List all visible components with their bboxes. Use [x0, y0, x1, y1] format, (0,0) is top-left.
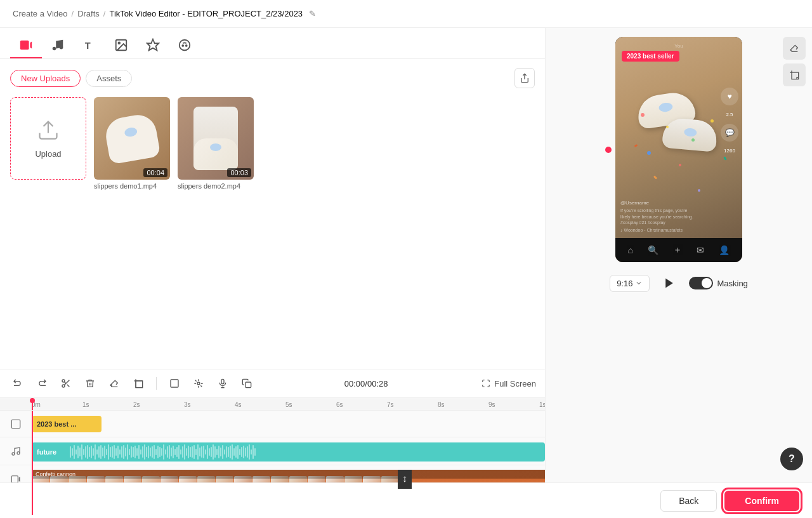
svg-line-15 — [67, 385, 70, 387]
crop-button[interactable] — [129, 375, 147, 392]
phone-preview-container: You 2023 best seller — [615, 37, 742, 262]
text-track-icon — [0, 419, 32, 429]
breadcrumb-sep1: / — [72, 9, 74, 18]
like-count: 2.5 — [726, 112, 733, 117]
upload-icon — [37, 119, 60, 144]
comment-count: 1260 — [724, 148, 735, 154]
timeline-time: 00:00/00:28 — [344, 379, 388, 388]
video-track-label: Confetti cannon — [32, 470, 545, 479]
media-filename-1: slippers demo1.mp4 — [94, 182, 170, 190]
svg-point-6 — [118, 42, 120, 44]
svg-text:T: T — [85, 41, 91, 51]
aspect-ratio-selector[interactable]: 9:16 — [610, 275, 650, 292]
svg-marker-29 — [19, 477, 20, 482]
svg-rect-28 — [11, 476, 18, 483]
crop-tool-button[interactable] — [783, 63, 806, 86]
back-button[interactable]: Back — [660, 490, 717, 512]
play-button[interactable] — [658, 272, 680, 294]
tab-new-uploads[interactable]: New Uploads — [10, 70, 81, 87]
duplicate-button[interactable] — [238, 375, 256, 392]
aspect-ratio-value: 9:16 — [617, 279, 632, 288]
timeline-ruler: 0m 1s 2s 3s 4s 5s 6s 7s 8s 9s 1s — [0, 398, 545, 411]
confirm-button[interactable]: Confirm — [724, 491, 799, 511]
erase-button[interactable] — [105, 375, 123, 392]
media-duration-2: 00:03 — [227, 168, 251, 177]
svg-line-16 — [64, 382, 66, 383]
svg-rect-0 — [20, 41, 29, 50]
svg-rect-24 — [246, 382, 251, 388]
media-panel: New Uploads Assets Upload — [0, 59, 545, 369]
eraser-tool-button[interactable] — [783, 37, 806, 60]
mic-button[interactable] — [214, 375, 232, 392]
video-cut-marker[interactable] — [398, 470, 412, 489]
upload-tabs: New Uploads Assets — [10, 68, 535, 88]
tl-separator1 — [156, 377, 157, 390]
audio-label: future — [37, 448, 56, 456]
delete-button[interactable] — [81, 375, 99, 392]
media-thumb-1: 00:04 — [94, 97, 170, 180]
phone-sidebar-actions: ♥ 2.5 💬 1260 — [721, 88, 738, 154]
upload-label: Upload — [35, 149, 61, 159]
slippers-display — [625, 69, 733, 211]
phone-screen: You 2023 best seller — [615, 37, 742, 262]
svg-rect-25 — [11, 420, 20, 428]
video-background: You 2023 best seller — [615, 37, 742, 262]
playhead[interactable] — [32, 398, 33, 410]
main-layout: T New Uploads Assets — [0, 28, 812, 515]
svg-point-12 — [62, 380, 65, 382]
like-action: ♥ — [721, 88, 738, 105]
cut-button[interactable] — [57, 375, 75, 392]
timeline-toolbar: 00:00/00:28 Full Screen — [0, 369, 545, 398]
svg-rect-18 — [136, 381, 143, 388]
tab-music[interactable] — [42, 33, 74, 58]
media-item-1[interactable]: 00:04 slippers demo1.mp4 — [94, 97, 170, 190]
phone-nav-bar: ⌂ 🔍 ＋ ✉ 👤 — [615, 238, 742, 262]
masking-control: Masking — [689, 277, 747, 289]
svg-point-3 — [60, 46, 63, 50]
svg-rect-31 — [792, 72, 799, 79]
media-duration-1: 00:04 — [143, 168, 167, 177]
breadcrumb-create[interactable]: Create a Video — [13, 9, 68, 18]
svg-marker-32 — [666, 279, 674, 288]
phone-top-overlay: You — [615, 43, 742, 49]
fullscreen-button[interactable]: Full Screen — [481, 379, 536, 388]
edit-title-icon[interactable]: ✎ — [309, 9, 316, 18]
redo-button[interactable] — [33, 375, 51, 392]
breadcrumb-drafts[interactable]: Drafts — [77, 9, 100, 18]
svg-point-2 — [53, 47, 56, 51]
undo-button[interactable] — [9, 375, 27, 392]
phone-bottom-text: @Username If you're scrolling this page,… — [620, 199, 697, 234]
svg-point-9 — [186, 45, 187, 46]
preview-controls: 9:16 Masking — [554, 267, 803, 299]
media-grid: Upload 00:04 slippers demo1.mp4 — [10, 97, 535, 190]
sticker-track-button[interactable] — [166, 375, 183, 392]
badge-overlay: 2023 best seller — [622, 51, 679, 62]
tab-assets[interactable]: Assets — [86, 70, 132, 87]
upload-card[interactable]: Upload — [10, 97, 86, 180]
media-toolbar: T — [0, 28, 545, 59]
text-clip[interactable]: 2023 best ... — [32, 416, 102, 432]
upload-share-btn[interactable] — [514, 68, 535, 88]
animation-button[interactable] — [190, 375, 207, 392]
left-panel: T New Uploads Assets — [0, 28, 546, 515]
right-panel: You 2023 best seller — [546, 28, 812, 515]
svg-point-20 — [197, 382, 200, 385]
side-tools — [783, 37, 806, 86]
tab-image[interactable] — [105, 33, 137, 58]
masking-toggle[interactable] — [689, 277, 713, 289]
breadcrumb-sep2: / — [103, 9, 106, 18]
svg-point-13 — [62, 385, 65, 387]
breadcrumb-current: TikTok Video Editor - EDITOR_PROJECT_2/2… — [109, 9, 303, 18]
media-item-2[interactable]: 00:03 slippers demo2.mp4 — [178, 97, 254, 190]
media-filename-2: slippers demo2.mp4 — [178, 182, 254, 190]
svg-point-8 — [182, 45, 183, 46]
tab-effects[interactable] — [137, 33, 169, 58]
audio-track-icon — [0, 446, 32, 456]
tab-sticker[interactable] — [169, 33, 200, 58]
svg-point-27 — [17, 451, 20, 454]
tab-video[interactable] — [10, 33, 42, 58]
help-button[interactable]: ? — [780, 448, 803, 470]
comment-action: 💬 — [721, 124, 738, 142]
tab-text[interactable]: T — [74, 33, 105, 58]
fullscreen-label: Full Screen — [494, 379, 536, 388]
